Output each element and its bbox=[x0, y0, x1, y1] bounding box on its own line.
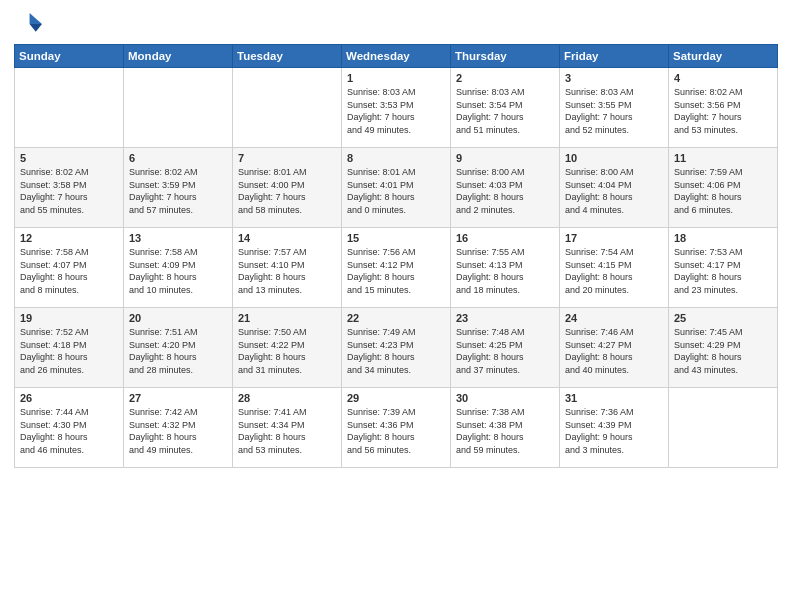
day-info: Sunrise: 7:58 AM Sunset: 4:09 PM Dayligh… bbox=[129, 246, 227, 296]
week-row-1: 5Sunrise: 8:02 AM Sunset: 3:58 PM Daylig… bbox=[15, 148, 778, 228]
day-cell: 15Sunrise: 7:56 AM Sunset: 4:12 PM Dayli… bbox=[342, 228, 451, 308]
day-cell: 3Sunrise: 8:03 AM Sunset: 3:55 PM Daylig… bbox=[560, 68, 669, 148]
day-info: Sunrise: 7:36 AM Sunset: 4:39 PM Dayligh… bbox=[565, 406, 663, 456]
day-number: 14 bbox=[238, 232, 336, 244]
day-cell: 16Sunrise: 7:55 AM Sunset: 4:13 PM Dayli… bbox=[451, 228, 560, 308]
day-header-friday: Friday bbox=[560, 45, 669, 68]
day-cell: 5Sunrise: 8:02 AM Sunset: 3:58 PM Daylig… bbox=[15, 148, 124, 228]
day-number: 27 bbox=[129, 392, 227, 404]
day-cell: 31Sunrise: 7:36 AM Sunset: 4:39 PM Dayli… bbox=[560, 388, 669, 468]
day-cell: 1Sunrise: 8:03 AM Sunset: 3:53 PM Daylig… bbox=[342, 68, 451, 148]
day-number: 8 bbox=[347, 152, 445, 164]
day-info: Sunrise: 7:38 AM Sunset: 4:38 PM Dayligh… bbox=[456, 406, 554, 456]
day-cell: 22Sunrise: 7:49 AM Sunset: 4:23 PM Dayli… bbox=[342, 308, 451, 388]
day-cell: 23Sunrise: 7:48 AM Sunset: 4:25 PM Dayli… bbox=[451, 308, 560, 388]
day-info: Sunrise: 8:03 AM Sunset: 3:55 PM Dayligh… bbox=[565, 86, 663, 136]
day-cell bbox=[124, 68, 233, 148]
day-number: 24 bbox=[565, 312, 663, 324]
day-info: Sunrise: 8:01 AM Sunset: 4:01 PM Dayligh… bbox=[347, 166, 445, 216]
day-cell: 12Sunrise: 7:58 AM Sunset: 4:07 PM Dayli… bbox=[15, 228, 124, 308]
day-cell: 2Sunrise: 8:03 AM Sunset: 3:54 PM Daylig… bbox=[451, 68, 560, 148]
day-number: 20 bbox=[129, 312, 227, 324]
day-cell: 20Sunrise: 7:51 AM Sunset: 4:20 PM Dayli… bbox=[124, 308, 233, 388]
day-info: Sunrise: 7:41 AM Sunset: 4:34 PM Dayligh… bbox=[238, 406, 336, 456]
day-cell: 9Sunrise: 8:00 AM Sunset: 4:03 PM Daylig… bbox=[451, 148, 560, 228]
day-number: 28 bbox=[238, 392, 336, 404]
day-cell: 21Sunrise: 7:50 AM Sunset: 4:22 PM Dayli… bbox=[233, 308, 342, 388]
logo-icon bbox=[14, 10, 42, 38]
days-header-row: SundayMondayTuesdayWednesdayThursdayFrid… bbox=[15, 45, 778, 68]
day-info: Sunrise: 7:45 AM Sunset: 4:29 PM Dayligh… bbox=[674, 326, 772, 376]
day-info: Sunrise: 7:48 AM Sunset: 4:25 PM Dayligh… bbox=[456, 326, 554, 376]
day-cell bbox=[233, 68, 342, 148]
day-info: Sunrise: 7:44 AM Sunset: 4:30 PM Dayligh… bbox=[20, 406, 118, 456]
day-number: 13 bbox=[129, 232, 227, 244]
day-info: Sunrise: 7:52 AM Sunset: 4:18 PM Dayligh… bbox=[20, 326, 118, 376]
day-info: Sunrise: 7:50 AM Sunset: 4:22 PM Dayligh… bbox=[238, 326, 336, 376]
day-number: 30 bbox=[456, 392, 554, 404]
day-cell: 7Sunrise: 8:01 AM Sunset: 4:00 PM Daylig… bbox=[233, 148, 342, 228]
day-cell: 27Sunrise: 7:42 AM Sunset: 4:32 PM Dayli… bbox=[124, 388, 233, 468]
day-cell: 28Sunrise: 7:41 AM Sunset: 4:34 PM Dayli… bbox=[233, 388, 342, 468]
day-header-monday: Monday bbox=[124, 45, 233, 68]
week-row-0: 1Sunrise: 8:03 AM Sunset: 3:53 PM Daylig… bbox=[15, 68, 778, 148]
day-number: 18 bbox=[674, 232, 772, 244]
day-cell: 13Sunrise: 7:58 AM Sunset: 4:09 PM Dayli… bbox=[124, 228, 233, 308]
day-number: 22 bbox=[347, 312, 445, 324]
day-info: Sunrise: 8:00 AM Sunset: 4:04 PM Dayligh… bbox=[565, 166, 663, 216]
day-cell: 29Sunrise: 7:39 AM Sunset: 4:36 PM Dayli… bbox=[342, 388, 451, 468]
day-header-wednesday: Wednesday bbox=[342, 45, 451, 68]
page: SundayMondayTuesdayWednesdayThursdayFrid… bbox=[0, 0, 792, 612]
day-number: 10 bbox=[565, 152, 663, 164]
day-info: Sunrise: 7:57 AM Sunset: 4:10 PM Dayligh… bbox=[238, 246, 336, 296]
day-number: 11 bbox=[674, 152, 772, 164]
day-number: 17 bbox=[565, 232, 663, 244]
day-number: 19 bbox=[20, 312, 118, 324]
day-info: Sunrise: 8:02 AM Sunset: 3:58 PM Dayligh… bbox=[20, 166, 118, 216]
calendar-table: SundayMondayTuesdayWednesdayThursdayFrid… bbox=[14, 44, 778, 468]
day-cell bbox=[669, 388, 778, 468]
day-number: 1 bbox=[347, 72, 445, 84]
day-number: 29 bbox=[347, 392, 445, 404]
week-row-2: 12Sunrise: 7:58 AM Sunset: 4:07 PM Dayli… bbox=[15, 228, 778, 308]
day-info: Sunrise: 8:02 AM Sunset: 3:59 PM Dayligh… bbox=[129, 166, 227, 216]
day-cell bbox=[15, 68, 124, 148]
day-number: 31 bbox=[565, 392, 663, 404]
day-number: 26 bbox=[20, 392, 118, 404]
day-number: 15 bbox=[347, 232, 445, 244]
day-number: 9 bbox=[456, 152, 554, 164]
day-header-thursday: Thursday bbox=[451, 45, 560, 68]
day-info: Sunrise: 7:49 AM Sunset: 4:23 PM Dayligh… bbox=[347, 326, 445, 376]
day-number: 21 bbox=[238, 312, 336, 324]
day-header-sunday: Sunday bbox=[15, 45, 124, 68]
day-info: Sunrise: 8:01 AM Sunset: 4:00 PM Dayligh… bbox=[238, 166, 336, 216]
day-info: Sunrise: 7:55 AM Sunset: 4:13 PM Dayligh… bbox=[456, 246, 554, 296]
day-number: 16 bbox=[456, 232, 554, 244]
day-info: Sunrise: 8:03 AM Sunset: 3:54 PM Dayligh… bbox=[456, 86, 554, 136]
day-info: Sunrise: 7:51 AM Sunset: 4:20 PM Dayligh… bbox=[129, 326, 227, 376]
day-info: Sunrise: 8:00 AM Sunset: 4:03 PM Dayligh… bbox=[456, 166, 554, 216]
day-number: 3 bbox=[565, 72, 663, 84]
day-cell: 26Sunrise: 7:44 AM Sunset: 4:30 PM Dayli… bbox=[15, 388, 124, 468]
week-row-3: 19Sunrise: 7:52 AM Sunset: 4:18 PM Dayli… bbox=[15, 308, 778, 388]
day-info: Sunrise: 8:02 AM Sunset: 3:56 PM Dayligh… bbox=[674, 86, 772, 136]
day-number: 5 bbox=[20, 152, 118, 164]
day-number: 23 bbox=[456, 312, 554, 324]
day-cell: 25Sunrise: 7:45 AM Sunset: 4:29 PM Dayli… bbox=[669, 308, 778, 388]
day-cell: 8Sunrise: 8:01 AM Sunset: 4:01 PM Daylig… bbox=[342, 148, 451, 228]
week-row-4: 26Sunrise: 7:44 AM Sunset: 4:30 PM Dayli… bbox=[15, 388, 778, 468]
day-cell: 17Sunrise: 7:54 AM Sunset: 4:15 PM Dayli… bbox=[560, 228, 669, 308]
day-number: 25 bbox=[674, 312, 772, 324]
day-number: 4 bbox=[674, 72, 772, 84]
day-cell: 11Sunrise: 7:59 AM Sunset: 4:06 PM Dayli… bbox=[669, 148, 778, 228]
day-number: 12 bbox=[20, 232, 118, 244]
day-header-tuesday: Tuesday bbox=[233, 45, 342, 68]
day-cell: 10Sunrise: 8:00 AM Sunset: 4:04 PM Dayli… bbox=[560, 148, 669, 228]
header bbox=[14, 10, 778, 38]
day-info: Sunrise: 7:53 AM Sunset: 4:17 PM Dayligh… bbox=[674, 246, 772, 296]
day-info: Sunrise: 7:46 AM Sunset: 4:27 PM Dayligh… bbox=[565, 326, 663, 376]
day-cell: 30Sunrise: 7:38 AM Sunset: 4:38 PM Dayli… bbox=[451, 388, 560, 468]
day-info: Sunrise: 7:56 AM Sunset: 4:12 PM Dayligh… bbox=[347, 246, 445, 296]
day-cell: 4Sunrise: 8:02 AM Sunset: 3:56 PM Daylig… bbox=[669, 68, 778, 148]
day-header-saturday: Saturday bbox=[669, 45, 778, 68]
